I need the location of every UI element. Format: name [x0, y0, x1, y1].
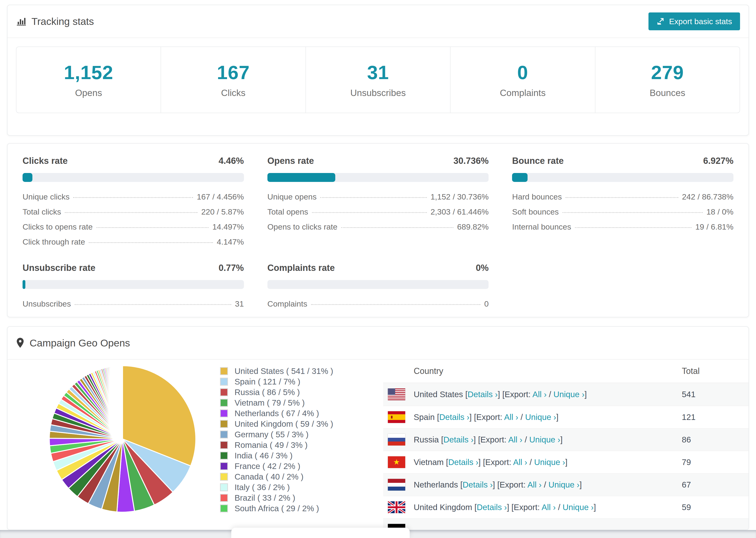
legend-label: Germany ( 55 / 3% )	[235, 430, 308, 439]
separator: /	[542, 480, 549, 489]
rate-block: Opens rate30.736%Unique opens1,152 / 30.…	[267, 156, 489, 246]
rate-rows: Complaints0	[267, 299, 489, 308]
bracket: [	[441, 435, 444, 444]
legend-swatch	[220, 399, 228, 407]
rate-block: Complaints rate0%Complaints0	[267, 263, 489, 308]
export-unique-link[interactable]: Unique ›	[563, 503, 594, 512]
legend-item: Italy ( 36 / 2% )	[220, 482, 333, 493]
rate-row: Total opens2,303 / 61.446%	[267, 207, 489, 216]
flag-nl	[388, 479, 405, 491]
tracking-stats-header: Tracking stats Export basic stats	[8, 5, 748, 38]
dotted-leader	[311, 304, 481, 305]
dotted-leader	[563, 212, 703, 213]
stat-value: 279	[651, 62, 684, 83]
export-all-link[interactable]: All ›	[513, 457, 527, 467]
column-header-country: Country	[414, 366, 682, 376]
export-unique-link[interactable]: Unique ›	[529, 435, 560, 444]
legend-label: United States ( 541 / 31% )	[235, 366, 333, 376]
rate-row-value: 2,303 / 61.446%	[431, 207, 489, 216]
bottom-overlay-card	[231, 528, 410, 538]
rate-progress-track	[267, 280, 489, 289]
details-link[interactable]: Details ›	[439, 412, 469, 422]
page-title: Tracking stats	[31, 16, 94, 27]
legend-label: Russia ( 86 / 5% )	[235, 388, 300, 397]
bracket: [	[474, 503, 477, 512]
rate-row: Unique clicks167 / 4.456%	[23, 192, 244, 201]
legend-swatch	[220, 494, 228, 502]
export-prefix: [Export:	[502, 390, 532, 399]
export-basic-stats-button[interactable]: Export basic stats	[648, 13, 740, 30]
dotted-leader	[65, 212, 197, 213]
rate-row: Unique opens1,152 / 30.736%	[267, 192, 489, 201]
map-pin-icon	[16, 338, 25, 348]
separator: /	[547, 390, 553, 399]
rate-row-label: Internal bounces	[512, 222, 571, 232]
legend-swatch	[220, 420, 228, 428]
rate-row: Internal bounces19 / 6.81%	[512, 222, 733, 232]
rate-block: Clicks rate4.46%Unique clicks167 / 4.456…	[23, 156, 244, 246]
country-cell: Vietnam [Details ›] [Export: All › / Uni…	[414, 457, 682, 467]
bar-chart-icon	[16, 16, 26, 27]
country-cell: Russia [Details ›] [Export: All › / Uniq…	[414, 435, 682, 444]
table-row: Spain [Details ›] [Export: All › / Uniqu…	[383, 405, 749, 428]
rate-value: 30.736%	[453, 156, 489, 166]
total-cell: 541	[682, 390, 749, 399]
bracket: ]	[478, 457, 483, 467]
details-link[interactable]: Details ›	[448, 457, 478, 467]
rate-rows: Unsubscribes31	[23, 299, 244, 308]
export-unique-link[interactable]: Unique ›	[549, 480, 579, 489]
details-link[interactable]: Details ›	[477, 503, 507, 512]
separator: /	[522, 435, 529, 444]
legend-label: Italy ( 36 / 2% )	[235, 483, 290, 492]
legend-item: Canada ( 40 / 2% )	[220, 471, 333, 482]
rate-row-value: 1,152 / 30.736%	[431, 192, 489, 201]
column-header-total: Total	[682, 366, 749, 376]
flag-vn	[388, 456, 405, 468]
export-unique-link[interactable]: Unique ›	[534, 457, 565, 467]
export-prefix: [Export:	[497, 480, 527, 489]
dotted-leader	[566, 197, 678, 198]
rate-row-value: 0	[484, 299, 489, 308]
export-basic-stats-label: Export basic stats	[669, 17, 732, 26]
rate-value: 0.77%	[219, 263, 244, 273]
export-all-link[interactable]: All ›	[504, 412, 518, 422]
export-prefix: [Export:	[474, 412, 504, 422]
bracket: [	[446, 457, 449, 467]
export-all-link[interactable]: All ›	[508, 435, 522, 444]
legend-item: Spain ( 121 / 7% )	[220, 376, 333, 387]
rate-row: Opens to clicks rate689.82%	[267, 222, 489, 232]
stat-box: 0Complaints	[451, 47, 595, 113]
export-unique-link[interactable]: Unique ›	[553, 390, 584, 399]
stat-label: Bounces	[650, 88, 685, 98]
country-name: Spain	[414, 412, 437, 422]
pie-slice[interactable]	[122, 366, 123, 439]
legend-swatch	[220, 388, 228, 396]
rate-row-value: 19 / 6.81%	[695, 222, 733, 232]
legend-label: United Kingdom ( 59 / 3% )	[235, 419, 333, 429]
geo-title: Campaign Geo Opens	[29, 337, 130, 349]
rate-row: Hard bounces242 / 86.738%	[512, 192, 733, 201]
details-link[interactable]: Details ›	[462, 480, 493, 489]
flag-ru	[388, 434, 405, 446]
details-link[interactable]: Details ›	[468, 390, 498, 399]
legend-swatch	[220, 452, 228, 459]
legend-label: Canada ( 40 / 2% )	[235, 472, 303, 481]
legend-item: France ( 42 / 2% )	[220, 461, 333, 471]
export-all-link[interactable]: All ›	[527, 480, 541, 489]
rates-grid: Clicks rate4.46%Unique clicks167 / 4.456…	[8, 144, 748, 318]
rate-rows: Unique clicks167 / 4.456%Total clicks220…	[23, 192, 244, 246]
rate-value: 4.46%	[219, 156, 244, 166]
geo-table: Country Total United States [Details ›] …	[383, 360, 749, 530]
export-all-link[interactable]: All ›	[532, 390, 547, 399]
legend-item: Brazil ( 33 / 2% )	[220, 493, 333, 503]
rate-progress-track	[512, 173, 733, 182]
rate-row-label: Unique opens	[267, 192, 317, 201]
legend-item: Vietnam ( 79 / 5% )	[220, 398, 333, 408]
legend-item: Germany ( 55 / 3% )	[220, 429, 333, 440]
export-unique-link[interactable]: Unique ›	[525, 412, 556, 422]
export-all-link[interactable]: All ›	[542, 503, 556, 512]
summary-stats-panel: 1,152Opens167Clicks31Unsubscribes0Compla…	[16, 46, 740, 113]
details-link[interactable]: Details ›	[443, 435, 473, 444]
rate-row: Soft bounces18 / 0%	[512, 207, 733, 216]
separator: /	[527, 457, 534, 467]
